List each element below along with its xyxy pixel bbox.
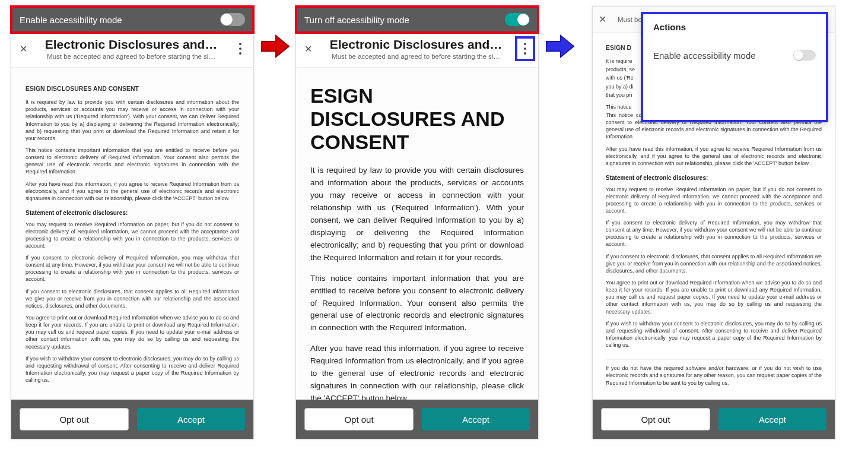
flow-arrow-1 (254, 0, 295, 63)
footer-bar: Opt out Accept (296, 400, 538, 439)
doc-subheading: Statement of electronic disclosures: (606, 174, 822, 182)
doc-paragraph: You agree to print out or download Requi… (26, 314, 239, 350)
doc-paragraph: If you consent to electronic delivery of… (606, 219, 822, 248)
doc-heading: ESIGN DISCLOSURES AND CONSENT (26, 84, 239, 93)
doc-paragraph: If you consent to electronic disclosures… (26, 288, 239, 309)
document-subtitle: Must be accepted and agreed to before st… (317, 53, 514, 60)
actions-popover: Actions Enable accessibility mode (643, 14, 826, 121)
doc-paragraph: It is required by law to provide you wit… (310, 164, 524, 264)
close-icon[interactable]: ✕ (301, 42, 315, 56)
panel-state-1: Enable accessibility mode ✕ Electronic D… (11, 6, 254, 439)
doc-paragraph: After you have read this information, if… (310, 343, 524, 400)
toggle-label: Turn off accessibility mode (304, 15, 409, 25)
accessibility-toggle-bar: Turn off accessibility mode (296, 7, 538, 33)
footer-bar: Opt out Accept (11, 400, 253, 439)
close-icon[interactable]: ✕ (16, 42, 30, 56)
doc-paragraph: This notice contains important informati… (310, 273, 524, 335)
actions-title: Actions (653, 22, 816, 32)
accessibility-toggle-on[interactable] (505, 13, 530, 26)
doc-paragraph: After you have read this information, if… (606, 145, 822, 167)
doc-paragraph: If you consent to electronic delivery of… (26, 254, 239, 283)
actions-toggle-row[interactable]: Enable accessibility mode (653, 50, 816, 61)
accessibility-toggle-off[interactable] (220, 13, 245, 26)
actions-toggle-label: Enable accessibility mode (653, 50, 756, 61)
subtitle-partial: Must be (618, 16, 642, 23)
accept-button[interactable]: Accept (137, 408, 245, 430)
document-header: ✕ Electronic Disclosures and… Must be ac… (296, 33, 538, 68)
close-icon[interactable]: ✕ (599, 14, 613, 25)
doc-paragraph: This notice contains important informati… (26, 147, 239, 176)
kebab-menu-icon[interactable] (232, 38, 249, 59)
doc-paragraph: You may request to receive Required Info… (26, 221, 239, 250)
doc-paragraph: You may request to receive Required Info… (606, 186, 822, 215)
doc-bottom-note: If you do not have the required software… (606, 359, 822, 386)
panel-state-3: ✕ Must be ESIGN D It is require products… (592, 6, 835, 439)
accept-button[interactable]: Accept (718, 408, 826, 430)
opt-out-button[interactable]: Opt out (304, 408, 414, 430)
toggle-label: Enable accessibility mode (20, 15, 122, 25)
opt-out-button[interactable]: Opt out (20, 408, 129, 430)
panel-state-2: Turn off accessibility mode ✕ Electronic… (295, 6, 539, 439)
kebab-menu-icon[interactable] (517, 38, 533, 59)
doc-paragraph: After you have read this information, if… (26, 181, 239, 202)
accept-button[interactable]: Accept (422, 408, 530, 430)
doc-paragraph: If you wish to withdraw your consent to … (26, 355, 239, 384)
actions-toggle-off[interactable] (793, 50, 816, 61)
document-subtitle: Must be accepted and agreed to before st… (33, 53, 230, 60)
document-body-large: ESIGN DISCLOSURES AND CONSENT It is requ… (296, 68, 538, 400)
doc-paragraph: It is required by law to provide you wit… (26, 99, 239, 142)
doc-heading: ESIGN DISCLOSURES AND CONSENT (310, 84, 524, 154)
accessibility-toggle-bar: Enable accessibility mode (11, 7, 253, 33)
doc-subheading: Statement of electronic disclosures: (26, 209, 239, 217)
document-title: Electronic Disclosures and… (317, 37, 514, 52)
document-title: Electronic Disclosures and… (33, 37, 230, 52)
doc-paragraph: You agree to print out or download Requi… (606, 279, 822, 315)
doc-paragraph: If you consent to electronic disclosures… (606, 253, 822, 274)
doc-paragraph: If you wish to withdraw your consent to … (606, 320, 822, 349)
footer-bar: Opt out Accept (593, 400, 835, 439)
document-header: ✕ Electronic Disclosures and… Must be ac… (11, 33, 253, 68)
flow-arrow-2 (539, 0, 580, 63)
opt-out-button[interactable]: Opt out (601, 408, 710, 430)
document-body-small: ESIGN DISCLOSURES AND CONSENT It is requ… (11, 68, 253, 400)
